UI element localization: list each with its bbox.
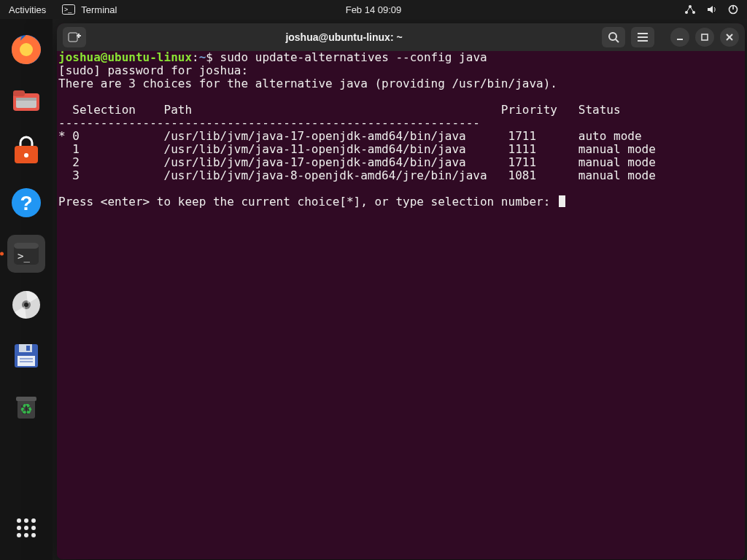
svg-point-33	[17, 518, 21, 523]
svg-point-37	[24, 526, 28, 530]
output-row: 2 /usr/lib/jvm/java-17-openjdk-amd64/bin…	[58, 155, 656, 169]
output-row: 1 /usr/lib/jvm/java-11-openjdk-amd64/bin…	[58, 142, 656, 156]
window-close-button[interactable]	[720, 28, 739, 47]
svg-rect-25	[19, 344, 32, 352]
svg-text:>_: >_	[18, 250, 30, 262]
gnome-topbar: Activities >_ Terminal Feb 14 09:09	[0, 0, 747, 19]
output-line: [sudo] password for joshua:	[58, 63, 248, 77]
svg-rect-27	[18, 356, 35, 366]
prompt-user: joshua@ubuntu-linux	[58, 50, 192, 64]
svg-rect-42	[69, 33, 77, 42]
app-menu[interactable]: >_ Terminal	[62, 4, 117, 15]
dock-item-terminal[interactable]: >_	[7, 235, 45, 273]
svg-rect-12	[16, 98, 36, 101]
svg-point-40	[24, 533, 28, 537]
output-prompt: Press <enter> to keep the current choice…	[58, 195, 557, 209]
window-title: joshua@ubuntu-linux: ~	[92, 31, 596, 43]
svg-point-34	[24, 518, 28, 523]
network-icon[interactable]	[684, 4, 696, 15]
svg-point-38	[31, 526, 36, 530]
output-row: * 0 /usr/lib/jvm/java-17-openjdk-amd64/b…	[58, 129, 642, 143]
dock-item-firefox[interactable]	[7, 31, 45, 69]
dock: ? >_ ♻	[0, 19, 53, 560]
svg-point-45	[609, 33, 616, 40]
entered-command: sudo update-alternatives --config java	[220, 50, 487, 64]
svg-point-41	[31, 533, 36, 537]
svg-rect-51	[702, 34, 708, 40]
dock-item-software[interactable]	[7, 133, 45, 171]
output-line: There are 3 choices for the alternative …	[58, 77, 557, 90]
terminal-menu-icon: >_	[62, 4, 75, 15]
prompt-sep: :	[192, 50, 199, 64]
volume-icon[interactable]	[706, 4, 718, 15]
power-icon[interactable]	[728, 4, 738, 15]
prompt-mark: $	[206, 50, 213, 64]
svg-point-14	[24, 153, 28, 158]
new-tab-button[interactable]	[63, 27, 86, 47]
app-menu-label: Terminal	[81, 4, 117, 15]
dock-item-help[interactable]: ?	[7, 184, 45, 222]
dock-item-disc[interactable]	[7, 286, 45, 324]
svg-point-36	[17, 526, 21, 530]
terminal-content[interactable]: joshua@ubuntu-linux:~$ sudo update-alter…	[57, 51, 745, 559]
dock-item-files[interactable]	[7, 82, 45, 120]
svg-point-35	[31, 518, 36, 523]
dock-item-trash[interactable]: ♻	[7, 388, 45, 426]
hamburger-menu-button[interactable]	[631, 27, 654, 47]
svg-point-39	[17, 533, 21, 537]
svg-text:♻: ♻	[20, 401, 33, 417]
output-row: 3 /usr/lib/jvm/java-8-openjdk-amd64/jre/…	[58, 168, 656, 182]
clock[interactable]: Feb 14 09:09	[346, 4, 402, 15]
svg-rect-18	[14, 243, 39, 249]
svg-text:>_: >_	[64, 6, 72, 13]
window-minimize-button[interactable]	[670, 28, 689, 47]
terminal-header-bar: joshua@ubuntu-linux: ~	[57, 23, 745, 51]
svg-rect-26	[26, 346, 30, 351]
window-maximize-button[interactable]	[695, 28, 714, 47]
show-applications-button[interactable]	[7, 509, 45, 547]
output-rule: ----------------------------------------…	[58, 116, 480, 130]
dock-item-floppy[interactable]	[7, 337, 45, 375]
prompt-path: ~	[199, 50, 206, 64]
svg-rect-10	[13, 90, 25, 96]
search-button[interactable]	[602, 27, 625, 47]
svg-text:?: ?	[20, 192, 32, 214]
activities-button[interactable]: Activities	[9, 4, 46, 15]
output-header: Selection Path Priority Status	[58, 103, 621, 117]
cursor	[559, 195, 565, 207]
svg-line-46	[616, 39, 619, 42]
svg-point-8	[20, 43, 33, 56]
terminal-window: joshua@ubuntu-linux: ~ joshua@ubuntu-lin…	[57, 23, 745, 559]
